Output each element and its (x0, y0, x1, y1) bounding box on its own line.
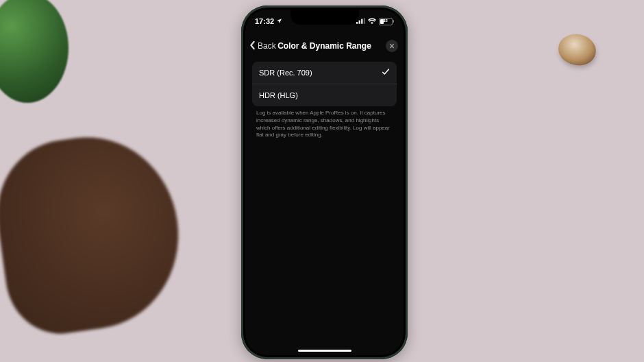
footer-description: Log is available when Apple ProRes is on… (256, 110, 393, 139)
checkmark-icon (382, 68, 390, 78)
status-time: 17:32 (255, 17, 274, 25)
options-group: SDR (Rec. 709) HDR (HLG) (252, 62, 397, 106)
option-label: HDR (HLG) (259, 91, 298, 99)
svg-rect-2 (361, 19, 362, 24)
screen: 17:32 32 (245, 10, 404, 355)
decorative-shell (556, 31, 599, 69)
hand (0, 125, 190, 340)
decorative-plant (0, 0, 69, 103)
back-button[interactable]: Back (249, 40, 276, 52)
svg-rect-0 (356, 22, 358, 24)
svg-rect-3 (363, 18, 364, 24)
option-label: SDR (Rec. 709) (259, 69, 312, 77)
iphone-device: 17:32 32 (241, 5, 408, 359)
close-button[interactable] (386, 40, 398, 52)
page-title: Color & Dynamic Range (277, 41, 371, 51)
close-icon (389, 43, 395, 50)
battery-icon: 32 (379, 18, 395, 25)
chevron-left-icon (249, 40, 258, 52)
status-left: 17:32 (255, 17, 282, 25)
home-indicator[interactable] (298, 350, 351, 352)
svg-rect-1 (358, 21, 360, 24)
navigation-bar: Back Color & Dynamic Range (245, 34, 404, 58)
back-label: Back (258, 41, 276, 51)
location-icon (276, 17, 282, 25)
notch (290, 10, 359, 25)
wifi-icon (368, 17, 376, 25)
option-hdr[interactable]: HDR (HLG) (252, 84, 397, 106)
option-sdr[interactable]: SDR (Rec. 709) (252, 62, 397, 84)
status-right: 32 (356, 17, 395, 25)
